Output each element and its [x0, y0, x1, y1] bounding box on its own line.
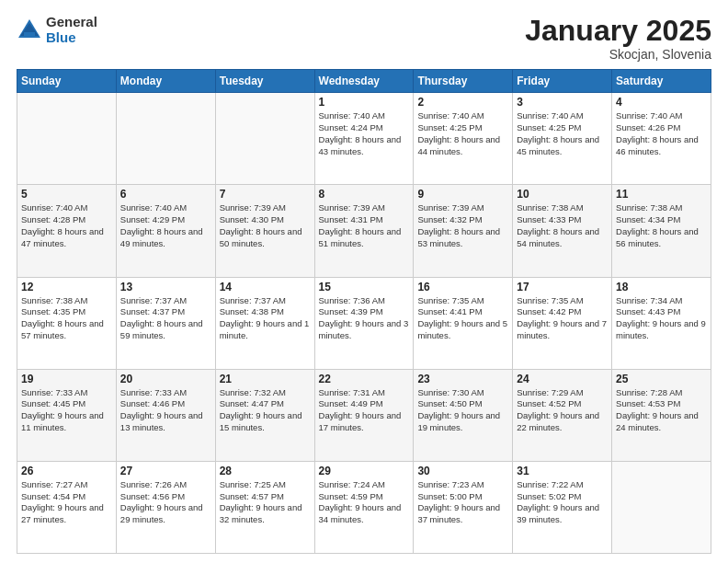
day-info: Sunrise: 7:38 AM Sunset: 4:34 PM Dayligh…: [616, 202, 707, 249]
day-number: 7: [220, 188, 311, 201]
calendar-day-cell: 15Sunrise: 7:36 AM Sunset: 4:39 PM Dayli…: [314, 277, 414, 369]
calendar-day-cell: [612, 461, 711, 553]
calendar-day-cell: 5Sunrise: 7:40 AM Sunset: 4:28 PM Daylig…: [17, 185, 117, 277]
day-info: Sunrise: 7:39 AM Sunset: 4:32 PM Dayligh…: [417, 202, 508, 249]
day-number: 14: [220, 281, 311, 293]
calendar-week-row: 26Sunrise: 7:27 AM Sunset: 4:54 PM Dayli…: [17, 461, 711, 553]
calendar-week-row: 12Sunrise: 7:38 AM Sunset: 4:35 PM Dayli…: [17, 277, 711, 369]
day-number: 4: [616, 96, 707, 109]
day-info: Sunrise: 7:33 AM Sunset: 4:46 PM Dayligh…: [120, 387, 211, 434]
day-number: 26: [21, 465, 112, 477]
weekday-header: Sunday: [17, 70, 117, 93]
weekday-header: Monday: [116, 70, 215, 93]
calendar-day-cell: 11Sunrise: 7:38 AM Sunset: 4:34 PM Dayli…: [612, 185, 711, 277]
calendar-day-cell: 16Sunrise: 7:35 AM Sunset: 4:41 PM Dayli…: [414, 277, 513, 369]
day-info: Sunrise: 7:33 AM Sunset: 4:45 PM Dayligh…: [21, 387, 112, 434]
day-info: Sunrise: 7:39 AM Sunset: 4:30 PM Dayligh…: [220, 202, 311, 249]
calendar-day-cell: 24Sunrise: 7:29 AM Sunset: 4:52 PM Dayli…: [513, 369, 612, 461]
svg-rect-2: [24, 32, 35, 36]
day-number: 6: [120, 188, 211, 201]
day-number: 1: [319, 96, 410, 109]
weekday-header: Tuesday: [215, 70, 314, 93]
day-info: Sunrise: 7:37 AM Sunset: 4:37 PM Dayligh…: [120, 295, 211, 342]
day-number: 31: [517, 465, 608, 477]
logo: General Blue: [17, 15, 97, 45]
day-info: Sunrise: 7:40 AM Sunset: 4:29 PM Dayligh…: [120, 202, 211, 249]
day-info: Sunrise: 7:26 AM Sunset: 4:56 PM Dayligh…: [120, 479, 211, 526]
day-number: 13: [120, 281, 211, 293]
day-info: Sunrise: 7:37 AM Sunset: 4:38 PM Dayligh…: [220, 295, 311, 342]
calendar-day-cell: 13Sunrise: 7:37 AM Sunset: 4:37 PM Dayli…: [116, 277, 215, 369]
day-info: Sunrise: 7:31 AM Sunset: 4:49 PM Dayligh…: [319, 387, 410, 434]
calendar-day-cell: 14Sunrise: 7:37 AM Sunset: 4:38 PM Dayli…: [215, 277, 314, 369]
weekday-header: Friday: [513, 70, 612, 93]
calendar-day-cell: 1Sunrise: 7:40 AM Sunset: 4:24 PM Daylig…: [314, 93, 414, 185]
day-number: 9: [417, 188, 508, 201]
calendar-week-row: 1Sunrise: 7:40 AM Sunset: 4:24 PM Daylig…: [17, 93, 711, 185]
calendar-day-cell: 23Sunrise: 7:30 AM Sunset: 4:50 PM Dayli…: [414, 369, 513, 461]
page: General Blue January 2025 Skocjan, Slove…: [0, 0, 728, 563]
day-number: 10: [517, 188, 608, 201]
day-info: Sunrise: 7:40 AM Sunset: 4:28 PM Dayligh…: [21, 202, 112, 249]
calendar-day-cell: 3Sunrise: 7:40 AM Sunset: 4:25 PM Daylig…: [513, 93, 612, 185]
day-number: 19: [21, 373, 112, 385]
day-number: 15: [319, 281, 410, 293]
day-number: 3: [517, 96, 608, 109]
day-info: Sunrise: 7:24 AM Sunset: 4:59 PM Dayligh…: [319, 479, 410, 526]
calendar-day-cell: 2Sunrise: 7:40 AM Sunset: 4:25 PM Daylig…: [414, 93, 513, 185]
calendar-day-cell: 7Sunrise: 7:39 AM Sunset: 4:30 PM Daylig…: [215, 185, 314, 277]
day-info: Sunrise: 7:40 AM Sunset: 4:24 PM Dayligh…: [319, 110, 410, 157]
calendar-day-cell: 18Sunrise: 7:34 AM Sunset: 4:43 PM Dayli…: [612, 277, 711, 369]
calendar-day-cell: 22Sunrise: 7:31 AM Sunset: 4:49 PM Dayli…: [314, 369, 414, 461]
day-number: 2: [417, 96, 508, 109]
day-info: Sunrise: 7:35 AM Sunset: 4:42 PM Dayligh…: [517, 295, 608, 342]
day-info: Sunrise: 7:40 AM Sunset: 4:25 PM Dayligh…: [517, 110, 608, 157]
calendar-day-cell: 12Sunrise: 7:38 AM Sunset: 4:35 PM Dayli…: [17, 277, 117, 369]
day-number: 18: [616, 281, 707, 293]
calendar-day-cell: 19Sunrise: 7:33 AM Sunset: 4:45 PM Dayli…: [17, 369, 117, 461]
day-info: Sunrise: 7:36 AM Sunset: 4:39 PM Dayligh…: [319, 295, 410, 342]
day-number: 23: [417, 373, 508, 385]
logo-general-text: General: [46, 15, 97, 30]
calendar-day-cell: 30Sunrise: 7:23 AM Sunset: 5:00 PM Dayli…: [414, 461, 513, 553]
day-number: 12: [21, 281, 112, 293]
day-info: Sunrise: 7:30 AM Sunset: 4:50 PM Dayligh…: [417, 387, 508, 434]
calendar-day-cell: [215, 93, 314, 185]
calendar-day-cell: 9Sunrise: 7:39 AM Sunset: 4:32 PM Daylig…: [414, 185, 513, 277]
calendar-day-cell: 10Sunrise: 7:38 AM Sunset: 4:33 PM Dayli…: [513, 185, 612, 277]
title-block: January 2025 Skocjan, Slovenia: [525, 15, 711, 62]
day-number: 16: [417, 281, 508, 293]
calendar-day-cell: 26Sunrise: 7:27 AM Sunset: 4:54 PM Dayli…: [17, 461, 117, 553]
day-number: 22: [319, 373, 410, 385]
day-number: 30: [417, 465, 508, 477]
calendar-day-cell: 8Sunrise: 7:39 AM Sunset: 4:31 PM Daylig…: [314, 185, 414, 277]
day-info: Sunrise: 7:38 AM Sunset: 4:33 PM Dayligh…: [517, 202, 608, 249]
day-number: 29: [319, 465, 410, 477]
day-info: Sunrise: 7:34 AM Sunset: 4:43 PM Dayligh…: [616, 295, 707, 342]
calendar-day-cell: 25Sunrise: 7:28 AM Sunset: 4:53 PM Dayli…: [612, 369, 711, 461]
day-number: 28: [220, 465, 311, 477]
calendar-day-cell: 20Sunrise: 7:33 AM Sunset: 4:46 PM Dayli…: [116, 369, 215, 461]
day-info: Sunrise: 7:38 AM Sunset: 4:35 PM Dayligh…: [21, 295, 112, 342]
weekday-header-row: SundayMondayTuesdayWednesdayThursdayFrid…: [17, 70, 711, 93]
day-number: 5: [21, 188, 112, 201]
calendar-day-cell: 6Sunrise: 7:40 AM Sunset: 4:29 PM Daylig…: [116, 185, 215, 277]
location-subtitle: Skocjan, Slovenia: [525, 47, 711, 62]
day-number: 25: [616, 373, 707, 385]
day-info: Sunrise: 7:27 AM Sunset: 4:54 PM Dayligh…: [21, 479, 112, 526]
calendar-day-cell: 27Sunrise: 7:26 AM Sunset: 4:56 PM Dayli…: [116, 461, 215, 553]
day-number: 11: [616, 188, 707, 201]
weekday-header: Saturday: [612, 70, 711, 93]
day-number: 17: [517, 281, 608, 293]
calendar-day-cell: 21Sunrise: 7:32 AM Sunset: 4:47 PM Dayli…: [215, 369, 314, 461]
weekday-header: Wednesday: [314, 70, 414, 93]
day-info: Sunrise: 7:23 AM Sunset: 5:00 PM Dayligh…: [417, 479, 508, 526]
calendar-day-cell: 17Sunrise: 7:35 AM Sunset: 4:42 PM Dayli…: [513, 277, 612, 369]
logo-text: General Blue: [46, 15, 97, 45]
calendar-day-cell: 4Sunrise: 7:40 AM Sunset: 4:26 PM Daylig…: [612, 93, 711, 185]
weekday-header: Thursday: [414, 70, 513, 93]
calendar-day-cell: 29Sunrise: 7:24 AM Sunset: 4:59 PM Dayli…: [314, 461, 414, 553]
day-number: 21: [220, 373, 311, 385]
day-info: Sunrise: 7:40 AM Sunset: 4:26 PM Dayligh…: [616, 110, 707, 157]
day-info: Sunrise: 7:39 AM Sunset: 4:31 PM Dayligh…: [319, 202, 410, 249]
